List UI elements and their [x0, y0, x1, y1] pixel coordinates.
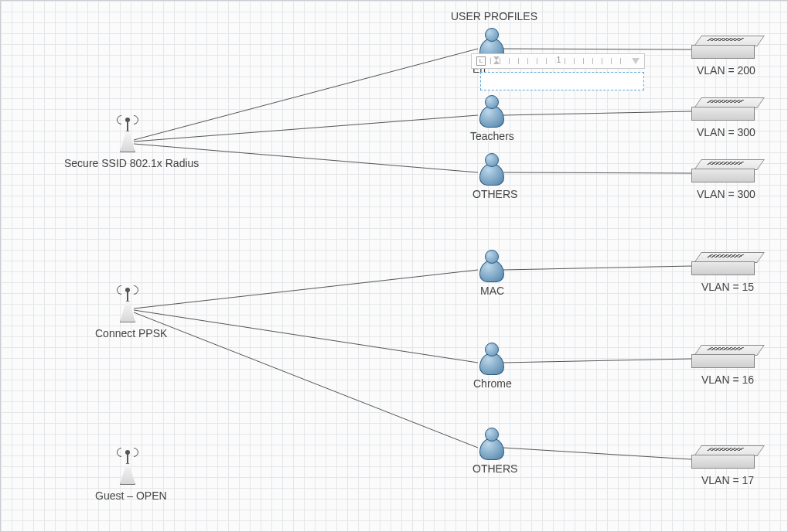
svg-line-7 — [503, 111, 691, 115]
ap-secure-icon[interactable] — [114, 117, 142, 155]
user-others2-label: OTHERS — [472, 462, 517, 475]
tab-stop-icon[interactable]: L — [476, 56, 486, 66]
switch-vlan15-icon[interactable] — [691, 252, 759, 277]
ap-connect-label: Connect PPSK — [95, 327, 167, 339]
svg-line-10 — [503, 359, 691, 363]
svg-line-8 — [503, 172, 691, 173]
ruler-marks: 1 — [490, 58, 627, 64]
ap-connect-icon[interactable] — [114, 287, 142, 326]
switch-vlan200-icon[interactable] — [691, 36, 759, 60]
user-mac-label: MAC — [480, 285, 504, 297]
switch-vlan300b-icon[interactable] — [691, 159, 759, 184]
ap-secure-label: Secure SSID 802.1x Radius — [64, 157, 199, 169]
user-mac-icon[interactable] — [478, 250, 504, 282]
svg-line-9 — [503, 266, 691, 270]
user-others1-icon[interactable] — [478, 153, 504, 186]
switch-vlan300a-icon[interactable] — [691, 97, 759, 122]
user-others2-icon[interactable] — [478, 428, 504, 460]
user-others1-label: OTHERS — [472, 188, 517, 200]
svg-line-3 — [134, 270, 478, 309]
text-ruler[interactable]: L 1 — [471, 53, 645, 69]
ruler-number: 1 — [555, 56, 563, 64]
text-edit-box[interactable] — [480, 72, 644, 90]
right-indent-icon[interactable] — [632, 58, 640, 64]
user-chrome-label: Chrome — [473, 377, 512, 390]
diagram-canvas[interactable]: USER PROFILES Secure SSID 802.1x Radius … — [0, 0, 788, 532]
vlan17-label: VLAN = 17 — [701, 474, 754, 486]
vlan300a-label: VLAN = 300 — [697, 126, 756, 138]
svg-line-5 — [134, 312, 478, 448]
vlan15-label: VLAN = 15 — [701, 281, 754, 293]
svg-line-6 — [503, 49, 691, 49]
vlan300b-label: VLAN = 300 — [697, 188, 756, 200]
switch-vlan16-icon[interactable] — [691, 345, 759, 370]
svg-line-1 — [134, 115, 478, 142]
switch-vlan17-icon[interactable] — [691, 445, 759, 470]
ap-guest-label: Guest – OPEN — [95, 489, 167, 502]
svg-line-0 — [134, 49, 478, 140]
user-teachers-label: Teachers — [470, 130, 514, 142]
svg-line-11 — [503, 448, 691, 459]
user-profiles-header: USER PROFILES — [451, 10, 537, 22]
vlan200-label: VLAN = 200 — [697, 64, 756, 77]
user-teachers-icon[interactable] — [478, 95, 504, 128]
ap-guest-icon[interactable] — [114, 449, 142, 488]
user-chrome-icon[interactable] — [478, 343, 504, 375]
svg-line-4 — [134, 310, 478, 363]
vlan16-label: VLAN = 16 — [701, 373, 754, 386]
